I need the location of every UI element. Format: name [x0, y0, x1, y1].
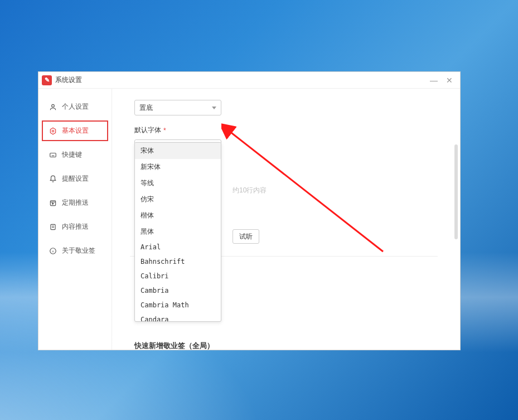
- sidebar-item-label: 个人设置: [62, 102, 89, 112]
- titlebar: ✎ 系统设置 — ✕: [38, 72, 460, 89]
- font-option[interactable]: Candara: [135, 312, 221, 322]
- scrollbar-thumb[interactable]: [454, 144, 458, 239]
- font-field-label: 默认字体 *: [134, 125, 438, 135]
- placeholder-hint: 约10行内容: [233, 186, 267, 195]
- window-title: 系统设置: [55, 75, 82, 85]
- annotation-arrow: [221, 123, 389, 268]
- sidebar-item-schedule[interactable]: 定期推送: [38, 192, 112, 213]
- content-panel: 置底 默认字体 * 宋体 宋体新宋体等线仿宋楷体黑体ArialBahnschri…: [112, 89, 460, 350]
- svg-rect-3: [50, 153, 56, 157]
- app-icon: ✎: [42, 75, 52, 85]
- info-icon: [49, 247, 57, 255]
- font-option[interactable]: 新宋体: [135, 159, 221, 175]
- sidebar-item-label: 关于敬业签: [62, 246, 95, 255]
- sidebar-item-label: 基本设置: [62, 126, 89, 136]
- chevron-down-icon: [212, 107, 216, 109]
- keyboard-icon: [49, 151, 57, 160]
- sidebar-item-label: 快捷键: [62, 150, 82, 160]
- close-button[interactable]: ✕: [446, 76, 453, 84]
- sidebar-item-shortcut[interactable]: 快捷键: [38, 144, 112, 165]
- sidebar: 个人设置 基本设置 快捷键 提醒设置: [38, 89, 112, 350]
- font-option[interactable]: 楷体: [135, 207, 221, 224]
- sidebar-item-label: 提醒设置: [62, 174, 89, 184]
- position-select[interactable]: 置底: [134, 100, 221, 115]
- sidebar-item-label: 定期推送: [62, 198, 89, 207]
- sidebar-item-about[interactable]: 关于敬业签: [38, 240, 112, 261]
- sidebar-item-label: 内容推送: [62, 222, 89, 231]
- position-select-value: 置底: [139, 103, 153, 113]
- gear-icon: [49, 127, 57, 136]
- font-option[interactable]: Bahnschrift: [135, 254, 221, 269]
- required-mark: *: [163, 127, 166, 134]
- svg-marker-10: [52, 203, 54, 204]
- sidebar-item-basic[interactable]: 基本设置: [42, 120, 108, 141]
- font-option[interactable]: Arial: [135, 240, 221, 254]
- window-controls: — ✕: [430, 76, 457, 84]
- calendar-icon: [49, 199, 57, 207]
- font-option[interactable]: 宋体: [135, 143, 221, 159]
- listen-button[interactable]: 试听: [233, 229, 259, 244]
- font-option[interactable]: 等线: [135, 175, 221, 191]
- settings-window: ✎ 系统设置 — ✕ 个人设置 基本设置: [38, 71, 461, 350]
- font-option[interactable]: Calibri: [135, 269, 221, 283]
- font-option[interactable]: 仿宋: [135, 191, 221, 207]
- sidebar-item-content[interactable]: 内容推送: [38, 216, 112, 237]
- bell-icon: [49, 175, 57, 184]
- minimize-button[interactable]: —: [430, 76, 438, 84]
- person-icon: [49, 103, 57, 112]
- document-icon: [49, 223, 57, 231]
- sidebar-item-personal[interactable]: 个人设置: [38, 96, 112, 117]
- font-option[interactable]: 黑体: [135, 224, 221, 240]
- svg-point-2: [52, 130, 54, 132]
- font-option[interactable]: Cambria: [135, 283, 221, 298]
- sidebar-item-reminder[interactable]: 提醒设置: [38, 168, 112, 189]
- section-heading-cutoff: 快速新增敬业签（全局）: [134, 341, 214, 350]
- font-dropdown: 宋体新宋体等线仿宋楷体黑体ArialBahnschriftCalibriCamb…: [134, 142, 221, 322]
- font-label-text: 默认字体: [134, 125, 161, 135]
- font-dropdown-list[interactable]: 宋体新宋体等线仿宋楷体黑体ArialBahnschriftCalibriCamb…: [135, 143, 221, 322]
- font-option[interactable]: Cambria Math: [135, 298, 221, 312]
- svg-point-0: [52, 104, 55, 107]
- svg-marker-1: [50, 128, 55, 134]
- window-body: 个人设置 基本设置 快捷键 提醒设置: [38, 89, 460, 350]
